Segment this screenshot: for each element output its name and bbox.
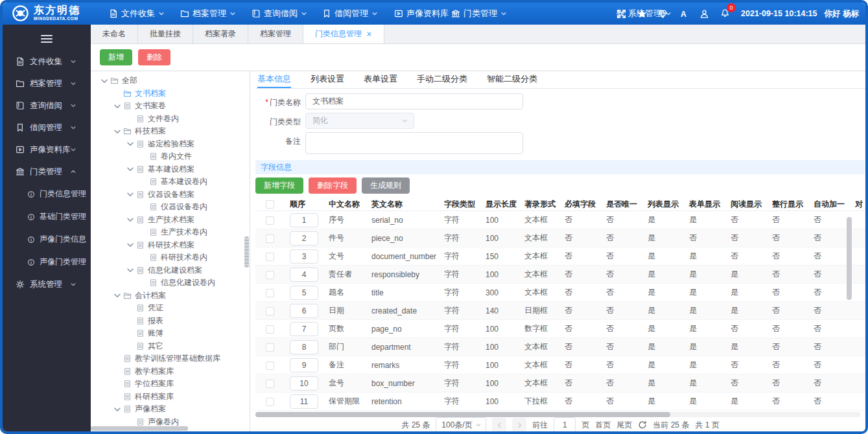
table-horizontal-scrollbar[interactable] [255,412,670,417]
workspace-tab-4[interactable]: 档案管理 [248,25,303,43]
workspace-tab-3[interactable]: 档案著录 [193,25,248,43]
chevron-down-icon[interactable] [113,405,122,414]
page-number-input[interactable]: 1 [554,417,576,431]
tree-vertical-scrollbar[interactable] [244,236,249,268]
row-checkbox[interactable] [266,289,274,297]
order-input[interactable]: 8 [290,340,318,354]
row-checkbox[interactable] [266,325,274,334]
sidebar-subitem-3[interactable]: 声像门类信息 [3,228,91,251]
remark-textarea[interactable] [305,132,523,154]
font-icon[interactable]: A [679,9,688,19]
chevron-down-icon[interactable] [126,266,135,275]
next-page-button[interactable] [512,418,526,431]
gem-icon[interactable] [658,9,668,19]
order-input[interactable]: 10 [290,376,318,391]
row-checkbox[interactable] [266,271,274,279]
page-size-select[interactable]: 100条/页 [436,417,486,431]
tree-node-7[interactable]: 卷内文件 [91,150,250,163]
tree-node-17[interactable]: 信息化建设卷内 [91,277,250,290]
tree-node-18[interactable]: 会计档案 [91,290,250,303]
top-menu-5[interactable]: 声像资料库 [394,3,458,25]
tree-node-14[interactable]: 科研技术档案 [91,239,250,252]
workspace-tab-1[interactable]: 未命名 [91,25,138,43]
chevron-down-icon[interactable] [126,165,135,174]
tree-node-1[interactable]: 全部 [91,74,250,87]
top-menu-6[interactable]: 门类管理 [451,3,507,25]
sidebar-item-7[interactable]: 系统管理 [3,273,91,295]
prev-page-button[interactable] [492,418,506,431]
top-menu-2[interactable]: 档案管理 [180,3,236,25]
detail-tab-1[interactable]: 基本信息 [257,71,291,88]
tree-node-21[interactable]: 账簿 [91,327,250,340]
chevron-down-icon[interactable] [113,127,122,136]
user-icon[interactable] [699,9,709,19]
chevron-down-icon[interactable] [126,139,135,148]
row-checkbox[interactable] [266,253,274,261]
tree-node-5[interactable]: 科技档案 [91,125,250,138]
sidebar-item-5[interactable]: 声像资料库 [3,139,91,161]
workspace-tab-5[interactable]: 门类信息管理 [303,25,384,43]
category-type-select[interactable]: 简化 [305,113,414,129]
tree-node-23[interactable]: 教学训练管理基础数据库 [91,352,250,365]
delete-button[interactable]: 删除 [138,49,170,65]
tree-node-9[interactable]: 基本建设卷内 [91,176,250,188]
sidebar-item-2[interactable]: 档案管理 [3,73,91,95]
detail-tab-5[interactable]: 智能二级分类 [487,71,537,88]
row-checkbox[interactable] [266,216,274,225]
refresh-icon[interactable] [638,420,647,429]
tree-node-22[interactable]: 其它 [91,340,250,353]
tree-horizontal-scrollbar[interactable] [91,426,188,431]
top-menu-4[interactable]: 借阅管理 [322,3,378,25]
notifications[interactable]: 0 [720,8,730,20]
detail-tab-2[interactable]: 列表设置 [311,71,344,88]
row-checkbox[interactable] [266,398,274,406]
sidebar-item-1[interactable]: 文件收集 [3,51,91,73]
sidebar-item-6[interactable]: 门类管理 [3,161,91,183]
tree-node-6[interactable]: 鉴定检验档案 [91,138,250,151]
sidebar-item-4[interactable]: 借阅管理 [3,117,91,139]
tree-node-10[interactable]: 仪器设备档案 [91,188,250,201]
top-menu-3[interactable]: 查询借阅 [252,3,307,25]
chevron-down-icon[interactable] [100,76,109,86]
order-input[interactable]: 7 [290,322,318,336]
chevron-down-icon[interactable] [126,215,135,224]
chevron-down-icon[interactable] [126,190,135,199]
order-input[interactable]: 5 [290,286,318,300]
first-page-link[interactable]: 首页 [595,420,611,431]
chevron-down-icon[interactable] [126,240,135,249]
sidebar-subitem-4[interactable]: 声像门类管理 [3,251,91,273]
tree-node-27[interactable]: 声像档案 [91,403,250,416]
row-checkbox[interactable] [266,361,274,370]
star-icon[interactable] [637,9,647,19]
select-all-checkbox[interactable] [266,200,274,209]
category-name-input[interactable]: 文书档案 [305,93,523,109]
tree-node-2[interactable]: 文书档案 [91,87,250,100]
tree-node-20[interactable]: 报表 [91,315,250,328]
tree-node-12[interactable]: 生产技术档案 [91,214,250,227]
sidebar-item-3[interactable]: 查询借阅 [3,95,91,117]
last-page-link[interactable]: 尾页 [616,420,632,431]
table-vertical-scrollbar[interactable] [847,217,852,300]
tree-node-3[interactable]: 文书案卷 [91,100,250,113]
tree-node-16[interactable]: 信息化建设档案 [91,264,250,277]
top-menu-1[interactable]: 文件收集 [109,3,165,25]
row-checkbox[interactable] [266,380,274,388]
tree-node-11[interactable]: 仪器设备卷内 [91,201,250,214]
tree-node-4[interactable]: 文件卷内 [91,113,250,126]
tree-node-25[interactable]: 学位档案库 [91,378,250,391]
order-input[interactable]: 9 [290,358,318,372]
row-checkbox[interactable] [266,234,274,243]
add-field-button[interactable]: 新增字段 [255,177,303,194]
tree-node-19[interactable]: 凭证 [91,302,250,315]
workspace-tab-2[interactable]: 批量挂接 [138,25,193,43]
tree-node-13[interactable]: 生产技术卷内 [91,226,250,239]
tree-node-26[interactable]: 科研档案库 [91,391,250,404]
row-checkbox[interactable] [266,343,274,352]
chevron-down-icon[interactable] [113,102,122,111]
generate-rule-button[interactable]: 生成规则 [362,177,410,194]
order-input[interactable]: 4 [290,268,318,282]
chevron-down-icon[interactable] [113,291,122,300]
order-input[interactable]: 6 [290,304,318,318]
fullscreen-icon[interactable] [616,9,626,19]
delete-field-button[interactable]: 删除字段 [309,177,357,194]
